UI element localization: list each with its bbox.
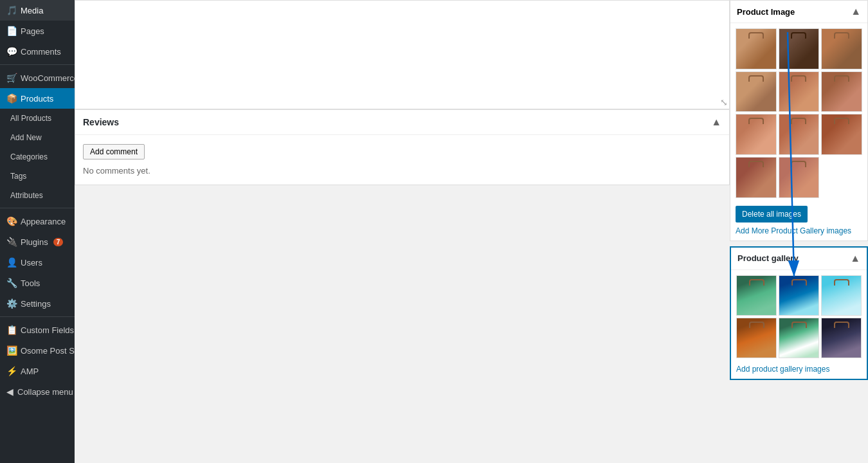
reviews-collapse-arrow[interactable]: ▲ <box>711 116 721 128</box>
sidebar-item-amp[interactable]: ⚡ AMP <box>0 361 75 381</box>
bag-image-7[interactable] <box>736 114 777 155</box>
bag-image-2[interactable] <box>779 28 820 69</box>
bag-image-9[interactable] <box>821 114 862 155</box>
center-panel: ⤡ Reviews ▲ Add comment No comments yet. <box>75 0 730 463</box>
sidebar-item-pages[interactable]: 📄 Pages <box>0 21 75 41</box>
text-editor-box: ⤡ <box>75 0 730 109</box>
bag-image-3[interactable] <box>821 28 862 69</box>
bag-gallery-panel: Product Image ▲ Delet <box>730 0 868 241</box>
bag-image-10[interactable] <box>736 157 777 198</box>
product-gallery-title: Product gallery <box>737 253 799 263</box>
reviews-section-body: Add comment No comments yet. <box>75 135 729 185</box>
sidebar-item-products[interactable]: 📦 Products <box>0 88 75 109</box>
sidebar-item-woocommerce[interactable]: 🛒 WooCommerce <box>0 68 75 88</box>
amp-icon: ⚡ <box>6 366 17 376</box>
sidebar-item-label: Categories <box>10 152 48 161</box>
osome-icon: 🖼️ <box>6 345 17 356</box>
comments-icon: 💬 <box>6 46 17 57</box>
reviews-section: Reviews ▲ Add comment No comments yet. <box>75 109 730 185</box>
sidebar-item-collapse-menu[interactable]: ◀ Collapse menu <box>0 381 75 402</box>
sidebar-item-plugins[interactable]: 🔌 Plugins 7 <box>0 232 75 252</box>
sidebar-item-label: Custom Fields <box>21 325 74 335</box>
product-gallery-header[interactable]: Product gallery ▲ <box>731 248 867 270</box>
sidebar: 🎵 Media 📄 Pages 💬 Comments 🛒 WooCommerce… <box>0 0 75 463</box>
media-icon: 🎵 <box>6 5 17 15</box>
sidebar-item-label: Products <box>21 94 53 104</box>
plugins-badge: 7 <box>53 238 64 246</box>
sidebar-item-label: Settings <box>21 299 51 309</box>
pages-icon: 📄 <box>6 26 17 36</box>
bag-image-11[interactable] <box>779 157 820 198</box>
sidebar-item-media[interactable]: 🎵 Media <box>0 0 75 21</box>
bag-gallery-header[interactable]: Product Image ▲ <box>730 1 867 23</box>
resize-handle[interactable]: ⤡ <box>720 97 728 107</box>
sidebar-item-tags[interactable]: Tags <box>0 167 75 186</box>
sidebar-item-label: AMP <box>21 367 39 376</box>
gallery-img-4[interactable] <box>736 318 777 358</box>
sidebar-item-label: Collapse menu <box>17 387 73 397</box>
bag-image-6[interactable] <box>821 71 862 113</box>
bag-gallery-grid <box>730 23 867 203</box>
sidebar-item-appearance[interactable]: 🎨 Appearance <box>0 211 75 232</box>
bag-image-1[interactable] <box>736 28 777 69</box>
empty-space <box>75 185 730 430</box>
right-sidebar: Product Image ▲ Delet <box>730 0 868 463</box>
gallery-img-5[interactable] <box>779 318 819 358</box>
sidebar-item-label: Attributes <box>10 191 43 200</box>
sidebar-item-tools[interactable]: 🔧 Tools <box>0 273 75 293</box>
reviews-section-header[interactable]: Reviews ▲ <box>75 110 729 135</box>
add-more-gallery-link[interactable]: Add More Product Gallery images <box>736 226 862 235</box>
sidebar-item-osome-post-slider[interactable]: 🖼️ Osome Post Slider <box>0 340 75 361</box>
collapse-icon: ◀ <box>6 386 14 397</box>
add-product-gallery-link[interactable]: Add product gallery images <box>736 365 862 374</box>
sidebar-item-label: Add New <box>10 133 42 142</box>
delete-all-images-button[interactable]: Delete all images <box>736 206 808 222</box>
sidebar-item-label: Media <box>21 6 43 15</box>
sidebar-item-add-new[interactable]: Add New <box>0 128 75 147</box>
sidebar-item-all-products[interactable]: All Products <box>0 109 75 128</box>
gallery-img-1[interactable] <box>736 275 777 316</box>
woocommerce-icon: 🛒 <box>6 73 17 83</box>
custom-fields-icon: 📋 <box>6 325 17 335</box>
product-gallery-grid <box>731 270 867 363</box>
sidebar-item-label: Plugins <box>21 237 48 247</box>
users-icon: 👤 <box>6 257 17 268</box>
gallery-img-3[interactable] <box>821 275 862 316</box>
bag-image-4[interactable] <box>736 71 777 113</box>
sidebar-item-label: Pages <box>21 26 44 36</box>
sidebar-item-label: Comments <box>21 47 61 57</box>
bag-image-8[interactable] <box>779 114 820 155</box>
no-comments-text: No comments yet. <box>83 166 721 176</box>
product-gallery-collapse[interactable]: ▲ <box>850 253 860 264</box>
plugins-icon: 🔌 <box>6 237 17 247</box>
sidebar-item-label: Appearance <box>21 217 66 226</box>
sidebar-item-label: Osome Post Slider <box>21 346 75 356</box>
sidebar-item-label: WooCommerce <box>21 73 75 83</box>
sidebar-item-attributes[interactable]: Attributes <box>0 186 75 205</box>
bag-image-5[interactable] <box>779 71 820 113</box>
tools-icon: 🔧 <box>6 278 17 288</box>
product-gallery-panel: Product gallery ▲ Add product gallery im… <box>730 246 868 380</box>
sidebar-item-categories[interactable]: Categories <box>0 147 75 167</box>
sidebar-item-label: Tags <box>10 172 26 181</box>
sidebar-item-comments[interactable]: 💬 Comments <box>0 41 75 62</box>
appearance-icon: 🎨 <box>6 216 17 226</box>
settings-icon: ⚙️ <box>6 298 17 309</box>
gallery-img-6[interactable] <box>821 318 862 358</box>
bag-gallery-collapse[interactable]: ▲ <box>851 6 861 17</box>
sidebar-item-label: Users <box>21 258 42 268</box>
sidebar-item-label: Tools <box>21 278 40 288</box>
main-content: ⤡ Reviews ▲ Add comment No comments yet.… <box>75 0 868 463</box>
gallery-img-2[interactable] <box>779 275 819 316</box>
bag-image-empty <box>821 157 862 198</box>
products-icon: 📦 <box>6 93 17 104</box>
reviews-title: Reviews <box>83 117 119 127</box>
sidebar-item-users[interactable]: 👤 Users <box>0 252 75 273</box>
bag-gallery-title: Product Image <box>737 7 795 17</box>
add-comment-button[interactable]: Add comment <box>83 144 145 159</box>
sidebar-item-settings[interactable]: ⚙️ Settings <box>0 293 75 314</box>
sidebar-item-custom-fields[interactable]: 📋 Custom Fields <box>0 320 75 340</box>
sidebar-item-label: All Products <box>10 114 51 123</box>
